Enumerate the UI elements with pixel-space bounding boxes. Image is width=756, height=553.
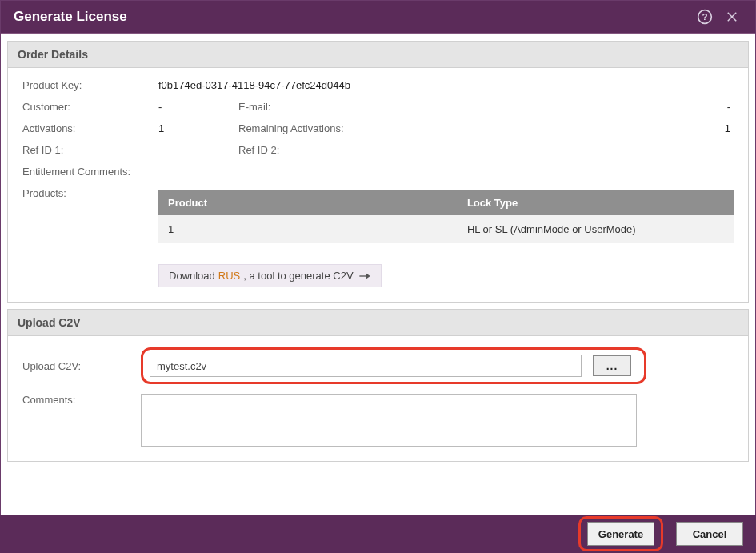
comments-textarea[interactable] xyxy=(141,394,637,447)
help-icon[interactable]: ? xyxy=(694,6,715,27)
svg-text:?: ? xyxy=(702,11,707,22)
products-label: Products: xyxy=(22,187,158,199)
upload-c2v-body: Upload C2V: ... Comments: xyxy=(7,336,749,462)
generate-button[interactable]: Generate xyxy=(587,522,654,546)
generate-highlight: Generate xyxy=(578,516,663,551)
browse-button[interactable]: ... xyxy=(593,355,631,376)
products-table: Product Lock Type 1 HL or SL (AdminMode … xyxy=(158,190,734,243)
remaining-label: Remaining Activations: xyxy=(238,122,398,134)
upload-file-group: ... xyxy=(141,347,646,384)
product-cell: 1 xyxy=(158,215,458,243)
ref1-label: Ref ID 1: xyxy=(22,144,158,156)
upload-c2v-header: Upload C2V xyxy=(7,309,749,336)
footer-bar: Generate Cancel xyxy=(0,515,756,553)
customer-label: Customer: xyxy=(22,101,158,113)
email-label: E-mail: xyxy=(238,101,398,113)
remaining-value: 1 xyxy=(398,122,734,134)
download-suffix: , a tool to generate C2V xyxy=(243,270,353,282)
cancel-button[interactable]: Cancel xyxy=(676,522,743,546)
product-key-label: Product Key: xyxy=(22,79,158,91)
download-prefix: Download xyxy=(169,270,215,282)
download-rus-link[interactable]: Download RUS , a tool to generate C2V xyxy=(158,264,382,287)
arrow-right-icon xyxy=(358,271,371,281)
order-details-header: Order Details xyxy=(7,41,749,68)
download-rus-text: RUS xyxy=(218,270,240,282)
close-icon[interactable] xyxy=(722,6,742,27)
customer-value: - xyxy=(158,101,238,113)
product-key-value: f0b174ed-0317-4118-94c7-77efc24d044b xyxy=(158,79,734,91)
order-details-body: Product Key: f0b174ed-0317-4118-94c7-77e… xyxy=(7,68,749,303)
activations-value: 1 xyxy=(158,122,238,134)
products-col-lock: Lock Type xyxy=(458,190,734,215)
window-title: Generate License xyxy=(14,9,688,25)
activations-label: Activations: xyxy=(22,122,158,134)
ref2-label: Ref ID 2: xyxy=(238,144,734,156)
table-row: 1 HL or SL (AdminMode or UserMode) xyxy=(158,215,734,243)
ent-comments-label: Entitlement Comments: xyxy=(22,166,158,178)
upload-c2v-label: Upload C2V: xyxy=(22,360,126,372)
products-col-product: Product xyxy=(158,190,458,215)
lock-cell: HL or SL (AdminMode or UserMode) xyxy=(458,215,734,243)
email-value: - xyxy=(398,101,734,113)
svg-marker-5 xyxy=(366,273,370,279)
comments-label: Comments: xyxy=(22,394,126,406)
products-header-row: Product Lock Type xyxy=(158,190,734,215)
upload-file-input[interactable] xyxy=(150,355,582,377)
titlebar: Generate License ? xyxy=(1,1,755,34)
